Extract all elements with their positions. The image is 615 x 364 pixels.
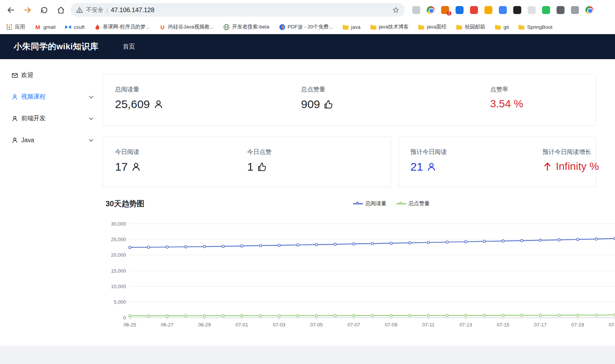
stat-like-rate: 点赞率 3.54 % xyxy=(490,86,523,110)
mail-icon xyxy=(11,72,18,79)
svg-text:07-01: 07-01 xyxy=(235,322,248,328)
forward-button[interactable] xyxy=(20,3,34,17)
color-wheel-icon[interactable] xyxy=(585,6,593,14)
blue-ring-icon[interactable] xyxy=(456,6,464,14)
predict-card: 预计今日阅读 21 预计今日阅读增长 Infinity % xyxy=(399,136,596,187)
flame-icon xyxy=(94,24,101,30)
sidebar-item-欢迎[interactable]: 欢迎 xyxy=(0,64,102,86)
bookmark-item[interactable]: U尚硅谷Java视频教... xyxy=(159,24,214,30)
svg-text:07-05: 07-05 xyxy=(310,322,323,328)
sidebar-item-Java[interactable]: Java xyxy=(0,129,102,151)
chart-legend: 总阅读量总点赞量 xyxy=(353,200,430,207)
bookmark-item[interactable]: Mgmail xyxy=(35,24,55,30)
bookmark-item[interactable]: 应用 xyxy=(6,24,25,30)
stat-label: 总点赞量 xyxy=(301,86,334,94)
today-reads-value: 17 xyxy=(115,160,128,173)
bookmark-label: 应用 xyxy=(15,24,25,30)
arrow-up-icon xyxy=(542,162,552,171)
chevron-down-icon[interactable] xyxy=(88,137,94,143)
svg-text:07-15: 07-15 xyxy=(497,322,509,328)
stat-value: 909 xyxy=(301,98,334,111)
red-dice-icon[interactable] xyxy=(470,6,478,14)
bookmark-label: 校园邮箱 xyxy=(465,24,485,30)
thumbs-up-icon xyxy=(323,99,334,110)
evernote-icon[interactable] xyxy=(542,6,550,14)
sidebar-item-label: 前端开发 xyxy=(21,115,46,122)
bookmark-label: SpringBoot xyxy=(527,24,552,30)
bookmark-item[interactable]: SpringBoot xyxy=(518,24,552,30)
pdf-icon xyxy=(279,24,285,30)
browser-toolbar: 不安全 | 47.106.147.128 2 xyxy=(0,0,615,20)
stat-value: 1 xyxy=(247,160,271,173)
bookmark-item[interactable]: 慕课网-程序员的梦... xyxy=(94,24,150,30)
user-icon xyxy=(131,162,141,172)
bookmark-label: 慕课网-程序员的梦... xyxy=(103,24,150,30)
sidebar: 欢迎视频课程前端开发Java xyxy=(0,59,102,346)
bookmark-item[interactable]: java技术博客 xyxy=(370,24,409,30)
bookmark-item[interactable]: csuft xyxy=(65,24,85,30)
bookmark-item[interactable]: PDF派 - 20个免费... xyxy=(279,24,333,30)
cat-icon[interactable] xyxy=(528,6,536,14)
svg-text:06-27: 06-27 xyxy=(161,322,173,328)
bookmark-item[interactable]: 开发者搜索-beta xyxy=(223,24,269,30)
nav-home[interactable]: 首页 xyxy=(123,43,135,51)
footer-strip xyxy=(0,346,615,364)
sidebar-item-视频课程[interactable]: 视频课程 xyxy=(0,86,102,108)
legend-label: 总点赞量 xyxy=(408,200,430,207)
notifier-icon[interactable]: 2 xyxy=(441,6,449,14)
stat-today-likes: 今日点赞 1 xyxy=(247,148,271,173)
svg-text:07-21: 07-21 xyxy=(609,322,615,328)
back-button[interactable] xyxy=(4,3,17,17)
sidebar-item-前端开发[interactable]: 前端开发 xyxy=(0,108,102,129)
downloader-icon[interactable] xyxy=(557,6,565,14)
stat-label: 预计今日阅读 xyxy=(410,148,447,156)
stat-value: Infinity % xyxy=(542,160,599,173)
security-label[interactable]: 不安全 xyxy=(86,6,103,14)
bookmark-item[interactable]: java面经 xyxy=(418,24,446,30)
bookmark-label: csuft xyxy=(74,24,85,30)
trend-chart[interactable]: 05,00010,00015,00020,00025,00030,00006-2… xyxy=(102,218,615,332)
bookmark-item[interactable]: git xyxy=(495,24,509,30)
home-button[interactable] xyxy=(54,3,68,17)
warning-triangle-icon xyxy=(76,6,83,14)
amber-tool-icon[interactable] xyxy=(484,6,492,14)
stat-label: 今日点赞 xyxy=(247,148,271,156)
dark-square-icon[interactable] xyxy=(513,6,521,14)
chevron-down-icon[interactable] xyxy=(88,94,94,100)
sidebar-item-label: Java xyxy=(21,137,34,144)
svg-text:07-07: 07-07 xyxy=(347,322,360,328)
bookmark-label: git xyxy=(503,24,509,30)
svg-text:07-17: 07-17 xyxy=(534,322,547,328)
stat-label: 预计今日阅读增长 xyxy=(542,148,599,156)
bookmark-star-icon[interactable] xyxy=(392,6,399,14)
site-title[interactable]: 小朱同学的wiki知识库 xyxy=(14,41,99,52)
user-icon xyxy=(11,137,18,144)
svg-text:06-29: 06-29 xyxy=(198,322,211,328)
user-icon xyxy=(11,115,18,122)
svg-text:0: 0 xyxy=(123,315,126,321)
legend-label: 总阅读量 xyxy=(365,200,386,207)
folder-icon xyxy=(342,24,349,30)
mail-timer-icon[interactable] xyxy=(412,6,420,14)
chrome-icon[interactable] xyxy=(427,6,435,14)
url-text[interactable]: 47.106.147.128 xyxy=(111,6,389,14)
bookmark-label: 尚硅谷Java视频教... xyxy=(168,24,214,30)
svg-text:25,000: 25,000 xyxy=(111,237,126,242)
chevron-down-icon[interactable] xyxy=(88,116,94,122)
refresh-button[interactable] xyxy=(37,3,51,17)
bookmark-item[interactable]: 校园邮箱 xyxy=(456,24,485,30)
legend-item[interactable]: 总阅读量 xyxy=(353,200,386,207)
mono-tool-icon[interactable] xyxy=(571,6,579,14)
stat-label: 总阅读量 xyxy=(115,86,164,94)
refresh-icon xyxy=(40,6,49,14)
svg-text:07-03: 07-03 xyxy=(273,322,285,328)
blue-ball-icon[interactable] xyxy=(499,6,507,14)
bookmark-item[interactable]: java xyxy=(342,24,361,30)
svg-text:07-19: 07-19 xyxy=(571,322,584,328)
user-icon xyxy=(11,94,18,100)
legend-item[interactable]: 总点赞量 xyxy=(396,200,430,207)
address-bar[interactable]: 不安全 | 47.106.147.128 xyxy=(71,3,405,17)
total-reads-value: 25,609 xyxy=(115,98,150,111)
folder-icon xyxy=(370,24,377,30)
user-icon xyxy=(153,99,164,110)
